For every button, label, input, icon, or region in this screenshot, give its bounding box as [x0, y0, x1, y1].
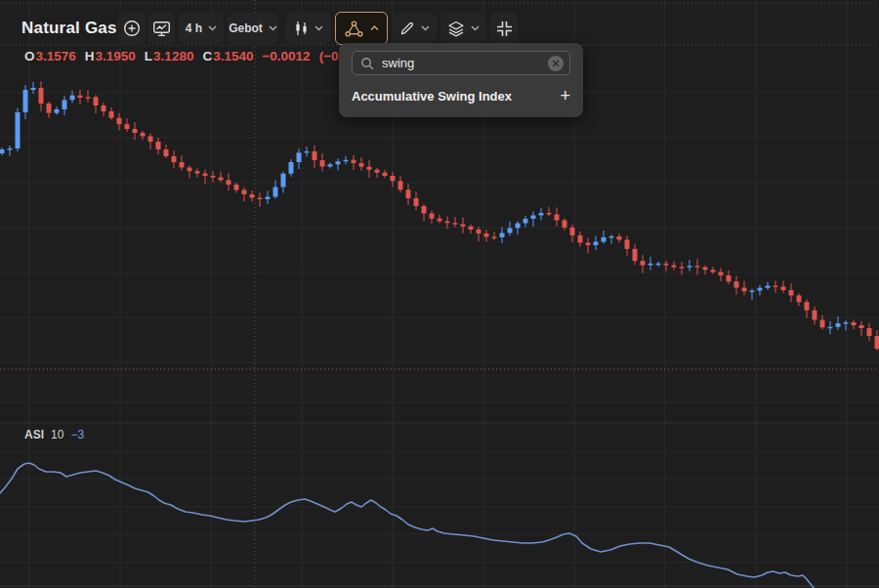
price-pane-candles: [0, 81, 879, 351]
clear-search-button[interactable]: [548, 56, 564, 71]
asi-length: 10: [51, 428, 63, 441]
plus-circle-icon: [123, 20, 141, 37]
chevron-down-icon: [269, 25, 277, 31]
chevron-up-icon: [370, 25, 379, 31]
low-label: L: [145, 49, 152, 63]
collapse-corners-icon: [495, 20, 514, 38]
add-indicator-icon: +: [560, 87, 570, 105]
indicators-icon: [344, 20, 364, 38]
close-value: 3.1540: [213, 49, 253, 63]
high-value: 3.1950: [96, 49, 136, 63]
indicator-search-input[interactable]: [382, 56, 554, 70]
candlestick-icon: [294, 21, 309, 36]
monitor-chart-icon: [152, 21, 171, 37]
indicators-button[interactable]: [335, 12, 388, 45]
pencil-icon: [399, 21, 415, 36]
add-comparison-button[interactable]: [118, 13, 146, 44]
close-label: C: [202, 49, 212, 63]
indicator-search-popup: Accumulative Swing Index +: [339, 43, 583, 117]
asi-name: ASI: [24, 428, 44, 441]
search-icon: [360, 57, 374, 70]
change-value: −0.0012: [262, 49, 310, 63]
chevron-down-icon: [471, 25, 480, 31]
timeframe-selector[interactable]: 4 h: [179, 13, 224, 44]
close-icon: [552, 60, 560, 67]
open-value: 3.1576: [36, 49, 76, 63]
asi-value: −3: [70, 428, 84, 441]
draw-button[interactable]: [392, 13, 437, 44]
symbol-title: Natural Gas: [21, 13, 117, 44]
indicator-search-box: [352, 51, 570, 75]
open-label: O: [24, 49, 35, 63]
low-value: 3.1280: [153, 49, 193, 63]
layers-button[interactable]: [440, 13, 486, 44]
snapshot-button[interactable]: [147, 13, 175, 44]
search-result-name: Accumulative Swing Index: [352, 89, 512, 104]
chevron-down-icon: [421, 25, 430, 31]
chevron-down-icon: [208, 25, 217, 31]
chart-style-selector[interactable]: [286, 13, 331, 44]
layers-icon: [447, 21, 465, 37]
collapse-button[interactable]: [490, 13, 518, 44]
strategy-selector[interactable]: Gebot: [228, 13, 278, 44]
asi-indicator-legend: ASI 10 −3: [24, 428, 84, 441]
asi-pane-line: [0, 463, 815, 588]
chevron-down-icon: [314, 25, 323, 31]
high-label: H: [85, 49, 95, 63]
search-result-row[interactable]: Accumulative Swing Index +: [352, 82, 570, 109]
ohlc-legend: O3.1576 H3.1950 L3.1280 C3.1540 −0.0012 …: [24, 49, 373, 63]
strategy-label: Gebot: [229, 21, 263, 35]
timeframe-label: 4 h: [186, 21, 202, 35]
